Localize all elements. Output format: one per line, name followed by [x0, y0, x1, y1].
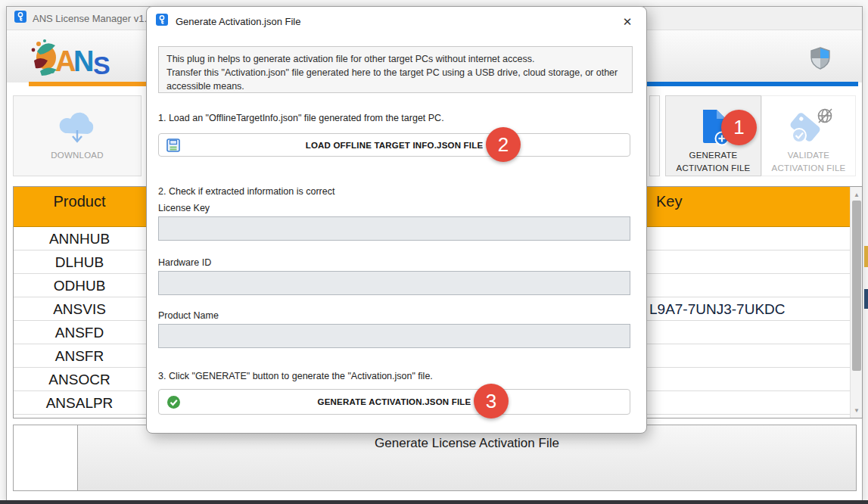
hidden-toolbar-button-edge	[649, 95, 660, 176]
step-3-label: 3. Click "GENERATE" button to generate t…	[158, 371, 433, 381]
load-offline-target-info-button[interactable]: LOAD OFFLINE TARGET INFO.JSON FILE	[158, 133, 630, 157]
screen: ANS License Manager v1.0.0.6 A N S	[0, 0, 868, 504]
step-badge-3: 3	[474, 384, 509, 418]
validate-activation-file-button[interactable]: VALIDATE ACTIVATION FILE	[761, 95, 856, 176]
hardware-id-input[interactable]	[158, 271, 630, 295]
status-left-box	[14, 425, 78, 490]
load-button-label: LOAD OFFLINE TARGET INFO.JSON FILE	[159, 141, 630, 150]
ans-logo: A N S	[30, 38, 151, 77]
product-cell: ANSOCR	[14, 368, 145, 391]
license-key-label: License Key	[158, 203, 210, 213]
dialog-titlebar: Generate Activation.json File ✕	[147, 7, 646, 36]
product-cell: ANSALPR	[14, 391, 145, 415]
generate-activation-file-label: GENERATE ACTIVATION FILE	[677, 149, 751, 176]
scroll-down-icon[interactable]: ▼	[851, 404, 863, 416]
product-cell: ANSFR	[14, 344, 145, 368]
tag-check-offline-icon	[782, 107, 835, 149]
step-1-label: 1. Load an "OfflineTargetInfo.json" file…	[158, 113, 444, 123]
svg-text:N: N	[73, 45, 94, 77]
dialog-key-icon	[156, 14, 168, 29]
product-cell: ODHUB	[14, 274, 145, 297]
hardware-id-label: Hardware ID	[158, 257, 211, 268]
generate-activation-json-button[interactable]: GENERATE ACTIVATION.JSON FILE	[158, 389, 630, 415]
step-badge-1: 1	[721, 110, 757, 145]
security-shield-icon	[810, 47, 830, 70]
generate-activation-dialog: Generate Activation.json File ✕ This plu…	[146, 6, 647, 434]
dialog-description: This plug in helps to generate activatio…	[158, 46, 633, 93]
status-panel: Generate License Activation File	[13, 425, 857, 491]
product-cell: ANSFD	[14, 321, 145, 344]
desktop-speck	[864, 246, 868, 267]
license-key-input[interactable]	[158, 216, 630, 241]
close-icon[interactable]: ✕	[619, 14, 636, 30]
step-badge-2: 2	[486, 127, 521, 162]
key-cell: L9A7-7UNJ3-7UKDC	[649, 297, 786, 321]
desktop-speck	[864, 289, 868, 309]
dialog-title: Generate Activation.json File	[176, 16, 300, 27]
scroll-thumb[interactable]	[852, 201, 861, 371]
product-cell: ANSVIS	[14, 297, 145, 321]
table-scrollbar[interactable]: ▲ ▼	[850, 187, 862, 418]
product-cell: ANNHUB	[14, 227, 145, 250]
step-2-label: 2. Check if extracted information is cor…	[158, 186, 334, 197]
download-label: DOWNLOAD	[51, 149, 103, 162]
taskbar-strip	[0, 500, 868, 504]
svg-text:S: S	[93, 51, 110, 77]
download-button[interactable]: DOWNLOAD	[13, 95, 142, 176]
product-name-label: Product Name	[158, 310, 219, 321]
app-key-icon	[14, 11, 26, 26]
check-circle-icon	[166, 395, 181, 409]
cloud-download-icon	[54, 107, 101, 149]
scroll-up-icon[interactable]: ▲	[851, 188, 863, 201]
key-column-header[interactable]: Key	[656, 193, 682, 210]
product-cell: DLHUB	[14, 250, 145, 274]
product-name-input[interactable]	[158, 324, 630, 348]
floppy-disk-icon	[166, 138, 180, 152]
product-column-header[interactable]: Product	[14, 193, 145, 210]
validate-activation-file-label: VALIDATE ACTIVATION FILE	[772, 149, 846, 176]
generate-json-button-label: GENERATE ACTIVATION.JSON FILE	[159, 397, 630, 406]
status-message: Generate License Activation File	[78, 436, 856, 451]
